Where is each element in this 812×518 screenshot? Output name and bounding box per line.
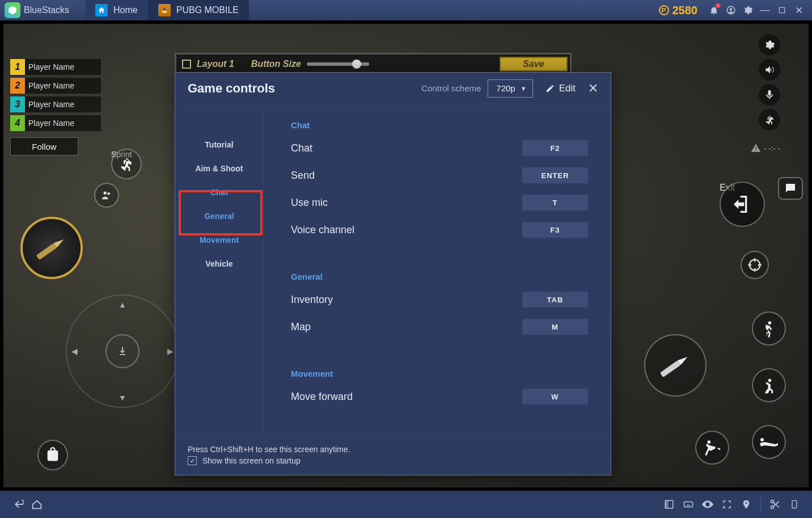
key-field[interactable]: T: [522, 195, 588, 210]
modal-footer: Press Ctrl+Shift+H to see this screen an…: [175, 439, 611, 475]
pencil-icon: [545, 84, 555, 93]
back-button[interactable]: [8, 495, 27, 514]
binding-label: Map: [291, 321, 311, 333]
key-field[interactable]: TAB: [522, 292, 588, 308]
divider: [760, 497, 761, 512]
home-icon: [95, 4, 108, 16]
sidebar-item-general[interactable]: General: [175, 204, 263, 228]
sidebar-item-aim-shoot[interactable]: Aim & Shoot: [175, 157, 263, 180]
settings-gear-icon[interactable]: [739, 2, 756, 19]
tab-pubg-mobile[interactable]: PUBG MOBILE: [148, 0, 249, 20]
sidebar-toggle-icon[interactable]: [659, 495, 679, 514]
save-button[interactable]: Save: [500, 57, 568, 71]
binding-row: ChatF2: [291, 140, 588, 156]
control-scheme-value: 720p: [496, 83, 515, 93]
binding-row: SendENTER: [291, 167, 588, 183]
binding-label: Use mic: [291, 197, 328, 209]
binding-row: Voice channelF3: [291, 222, 588, 238]
checkbox-icon: ✓: [188, 456, 197, 465]
tab-pubg-label: PUBG MOBILE: [176, 5, 239, 15]
modal-header: Game controls Control scheme 720p ▼ Edit…: [175, 73, 611, 104]
show-on-startup-checkbox[interactable]: ✓ Show this screen on startup: [188, 456, 598, 465]
sidebar-item-chat[interactable]: Chat: [175, 180, 263, 204]
binding-row: Use micT: [291, 195, 588, 210]
edit-label: Edit: [559, 83, 576, 94]
svg-point-3: [730, 8, 733, 11]
section-title-chat: Chat: [291, 120, 588, 130]
binding-label: Chat: [291, 142, 312, 154]
screenshot-scissors-icon[interactable]: [766, 495, 785, 514]
checkbox-icon[interactable]: [182, 60, 191, 69]
control-scheme-select[interactable]: 720p ▼: [488, 79, 532, 98]
window-minimize-icon[interactable]: —: [756, 2, 773, 19]
tab-home[interactable]: Home: [85, 0, 148, 20]
sidebar-item-movement[interactable]: Movement: [175, 228, 263, 252]
coin-amount: 2580: [673, 4, 698, 17]
device-phone-icon[interactable]: [785, 495, 804, 514]
location-pin-icon[interactable]: [737, 495, 756, 514]
title-bar: BlueStacks Home PUBG MOBILE P 2580 — ✕: [0, 0, 812, 20]
game-viewport: 1Player Name 2Player Name 3Player Name 4…: [0, 20, 812, 491]
edit-button[interactable]: Edit: [545, 83, 576, 94]
home-button[interactable]: [27, 495, 46, 514]
footer-tip: Press Ctrl+Shift+H to see this screen an…: [188, 445, 598, 454]
visibility-icon[interactable]: [698, 495, 717, 514]
keyboard-icon[interactable]: [679, 495, 698, 514]
fullscreen-icon[interactable]: [717, 495, 737, 514]
section-title-general: General: [291, 272, 588, 281]
app-brand: BlueStacks: [24, 5, 69, 15]
sidebar-item-vehicle[interactable]: Vehicle: [175, 252, 263, 276]
pubg-app-icon: [158, 4, 171, 16]
chevron-down-icon: ▼: [521, 85, 527, 92]
section-title-movement: Movement: [291, 369, 588, 378]
binding-row: MapM: [291, 319, 588, 335]
key-field[interactable]: M: [522, 319, 588, 335]
button-size-label: Button Size: [251, 59, 301, 69]
svg-point-18: [794, 507, 794, 507]
tab-home-label: Home: [113, 5, 138, 15]
binding-label: Inventory: [291, 294, 333, 306]
modal-sidebar: Tutorial Aim & Shoot Chat General Moveme…: [175, 104, 264, 439]
close-button[interactable]: ✕: [588, 81, 598, 96]
modal-main: Chat ChatF2 SendENTER Use micT Voice cha…: [264, 104, 611, 439]
checkbox-label: Show this screen on startup: [202, 456, 301, 465]
coin-balance[interactable]: P 2580: [659, 4, 698, 17]
key-field[interactable]: F3: [522, 222, 588, 238]
binding-label: Voice channel: [291, 224, 354, 236]
svg-rect-14: [684, 502, 693, 507]
sidebar-item-tutorial[interactable]: Tutorial: [175, 133, 263, 157]
binding-label: Send: [291, 170, 315, 182]
game-controls-modal: Game controls Control scheme 720p ▼ Edit…: [175, 72, 611, 475]
binding-label: Move forward: [291, 391, 353, 403]
svg-rect-13: [665, 500, 668, 508]
binding-row: Move forwardW: [291, 389, 588, 405]
svg-rect-4: [779, 7, 784, 12]
svg-point-1: [163, 7, 166, 10]
key-field[interactable]: W: [522, 389, 588, 405]
key-field[interactable]: F2: [522, 140, 588, 156]
bottom-nav-bar: [0, 491, 812, 518]
bluestacks-logo-icon: [5, 2, 20, 18]
control-scheme-label: Control scheme: [421, 83, 481, 93]
window-maximize-icon[interactable]: [773, 2, 790, 19]
coin-icon: P: [659, 5, 669, 15]
layout-label: Layout 1: [197, 59, 234, 69]
button-size-slider[interactable]: [307, 62, 369, 66]
binding-row: InventoryTAB: [291, 292, 588, 308]
modal-title: Game controls: [188, 81, 275, 96]
notifications-icon[interactable]: [705, 2, 722, 19]
window-close-icon[interactable]: ✕: [790, 2, 807, 19]
account-icon[interactable]: [722, 2, 739, 19]
key-field[interactable]: ENTER: [522, 167, 588, 183]
